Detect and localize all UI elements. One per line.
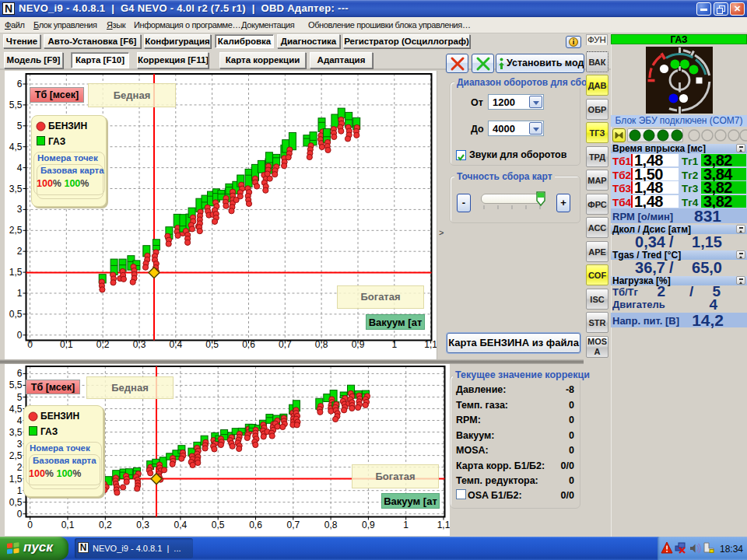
- svg-text:2,5: 2,5: [9, 225, 23, 236]
- svg-text:1: 1: [391, 339, 397, 350]
- svg-text:1,5: 1,5: [9, 267, 23, 278]
- svg-text:3: 3: [17, 439, 23, 450]
- svg-text:2: 2: [17, 246, 23, 257]
- svg-text:0,5: 0,5: [9, 309, 23, 320]
- svg-text:0: 0: [17, 509, 23, 520]
- svg-text:0,4: 0,4: [169, 339, 182, 350]
- svg-text:0: 0: [17, 330, 23, 341]
- svg-text:1: 1: [17, 288, 23, 299]
- svg-text:6: 6: [17, 79, 23, 89]
- svg-text:0,1: 0,1: [61, 520, 75, 530]
- svg-text:3,5: 3,5: [9, 184, 23, 194]
- svg-text:0,8: 0,8: [324, 520, 338, 530]
- svg-text:0,3: 0,3: [133, 339, 146, 350]
- svg-text:6: 6: [17, 368, 23, 379]
- svg-text:5,5: 5,5: [9, 100, 23, 110]
- svg-text:1: 1: [403, 520, 409, 530]
- svg-text:2: 2: [17, 462, 23, 473]
- svg-text:0,9: 0,9: [362, 520, 375, 530]
- svg-text:4: 4: [17, 163, 23, 173]
- svg-text:0: 0: [27, 520, 33, 530]
- svg-text:1,5: 1,5: [9, 474, 23, 485]
- svg-text:0,1: 0,1: [60, 339, 73, 350]
- svg-text:0,6: 0,6: [249, 520, 262, 530]
- svg-text:1,1: 1,1: [437, 520, 450, 530]
- svg-text:0,2: 0,2: [96, 339, 110, 350]
- svg-text:5: 5: [17, 121, 23, 131]
- svg-text:1,1: 1,1: [424, 339, 437, 350]
- svg-text:2,5: 2,5: [9, 450, 23, 461]
- svg-text:4,5: 4,5: [9, 142, 23, 152]
- svg-text:0,6: 0,6: [242, 339, 255, 350]
- svg-text:0,3: 0,3: [136, 520, 149, 530]
- svg-text:0,9: 0,9: [352, 339, 365, 350]
- svg-text:4,5: 4,5: [9, 404, 23, 415]
- svg-text:0,7: 0,7: [286, 520, 300, 530]
- svg-text:0,5: 0,5: [212, 520, 225, 530]
- svg-text:0,8: 0,8: [315, 339, 328, 350]
- svg-text:3: 3: [17, 204, 23, 215]
- svg-text:0,4: 0,4: [174, 520, 188, 530]
- svg-text:0,5: 0,5: [9, 497, 23, 508]
- svg-text:4: 4: [17, 415, 23, 426]
- svg-text:0,7: 0,7: [279, 339, 292, 350]
- svg-text:0,5: 0,5: [205, 339, 219, 350]
- svg-text:0: 0: [27, 339, 33, 350]
- svg-text:5,5: 5,5: [9, 380, 23, 390]
- svg-text:3,5: 3,5: [9, 427, 23, 438]
- svg-text:5: 5: [17, 392, 23, 403]
- svg-text:0,2: 0,2: [99, 520, 112, 530]
- svg-text:1: 1: [17, 485, 23, 496]
